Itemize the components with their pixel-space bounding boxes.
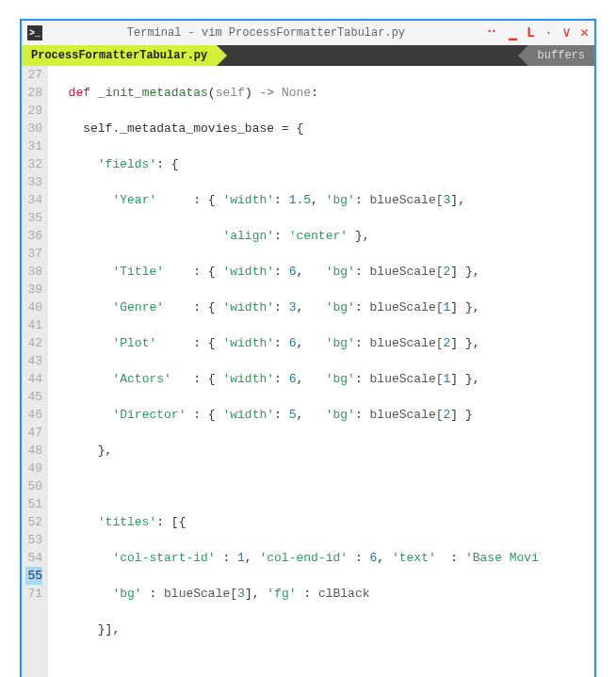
line-number: 32 [25, 155, 42, 173]
buffers-indicator[interactable]: buffers [528, 45, 594, 66]
code-line[interactable]: 'fields': { [48, 155, 594, 173]
line-number: 37 [25, 245, 42, 263]
terminal-window: >_ Terminal - vim ProcessFormatterTabula… [20, 19, 596, 677]
line-number: 52 [25, 513, 42, 531]
line-number: 48 [25, 442, 42, 459]
line-number: 45 [25, 388, 42, 406]
code-line[interactable]: 'Actors' : { 'width': 6, 'bg': blueScale… [48, 370, 594, 388]
line-number: 35 [25, 209, 42, 227]
restore-button[interactable]: ∨ [562, 26, 571, 40]
window-title: Terminal - vim ProcessFormatterTabular.p… [50, 26, 482, 40]
line-number: 42 [25, 334, 42, 352]
code-line[interactable]: }], [48, 621, 594, 638]
code-line[interactable]: 'Genre' : { 'width': 3, 'bg': blueScale[… [48, 298, 594, 316]
tab-spacer [217, 45, 527, 66]
line-number: 41 [25, 316, 42, 334]
line-number: 29 [25, 102, 42, 120]
dot-icon: · [544, 26, 553, 40]
code-line[interactable]: 'col-start-id' : 1, 'col-end-id' : 6, 't… [48, 549, 594, 567]
line-number: 28 [25, 84, 42, 102]
line-number: 44 [25, 370, 42, 388]
line-number: 31 [25, 137, 42, 155]
line-number: 47 [25, 424, 42, 442]
code-line[interactable] [48, 477, 594, 495]
code-line[interactable]: 'bg' : blueScale[3], 'fg' : clBlack [48, 585, 594, 603]
line-number: 53 [25, 531, 42, 549]
code-line[interactable]: 'align': 'center' }, [48, 227, 594, 245]
tabline: ProcessFormatterTabular.py buffers [22, 45, 594, 66]
window-dots-icon[interactable]: ⠐⠂ [482, 26, 499, 40]
code-line[interactable] [48, 656, 594, 674]
maximize-button[interactable]: L [527, 26, 535, 40]
line-number: 33 [25, 173, 42, 191]
code-line[interactable]: 'Title' : { 'width': 6, 'bg': blueScale[… [48, 263, 594, 281]
minimize-button[interactable]: ▁ [509, 26, 517, 40]
titlebar: >_ Terminal - vim ProcessFormatterTabula… [22, 21, 594, 45]
code-line[interactable]: 'Plot' : { 'width': 6, 'bg': blueScale[2… [48, 334, 594, 352]
window-controls: ⠐⠂ ▁ L · ∨ ✕ [482, 26, 589, 40]
code-line[interactable]: 'Director' : { 'width': 5, 'bg': blueSca… [48, 406, 594, 424]
line-number: 49 [25, 459, 42, 477]
line-number: 51 [25, 495, 42, 513]
code-line[interactable]: 'titles': [{ [48, 513, 594, 531]
line-number: 46 [25, 406, 42, 424]
code-line[interactable]: }, [48, 442, 594, 459]
tab-active[interactable]: ProcessFormatterTabular.py [22, 45, 217, 66]
line-number: 55 [25, 567, 42, 585]
code-line[interactable]: 'Year' : { 'width': 1.5, 'bg': blueScale… [48, 191, 594, 209]
line-number: 54 [25, 549, 42, 567]
line-number: 39 [25, 281, 42, 298]
line-number: 38 [25, 263, 42, 281]
line-number-gutter: 27 28 29 30 31 32 33 34 35 36 37 38 39 4… [22, 66, 48, 677]
line-number: 50 [25, 477, 42, 495]
line-number: 34 [25, 191, 42, 209]
line-number: 40 [25, 298, 42, 316]
code-area[interactable]: def _init_metadatas(self) -> None: self.… [48, 66, 594, 677]
close-button[interactable]: ✕ [580, 26, 589, 40]
code-line[interactable]: def _init_metadatas(self) -> None: [48, 84, 594, 102]
terminal-icon: >_ [27, 25, 42, 40]
line-number: 27 [25, 66, 42, 84]
editor[interactable]: 27 28 29 30 31 32 33 34 35 36 37 38 39 4… [22, 66, 594, 677]
code-line[interactable]: self._metadata_movies_base = { [48, 120, 594, 137]
line-number: 71 [25, 585, 42, 603]
line-number: 30 [25, 120, 42, 137]
line-number: 36 [25, 227, 42, 245]
line-number: 43 [25, 352, 42, 370]
